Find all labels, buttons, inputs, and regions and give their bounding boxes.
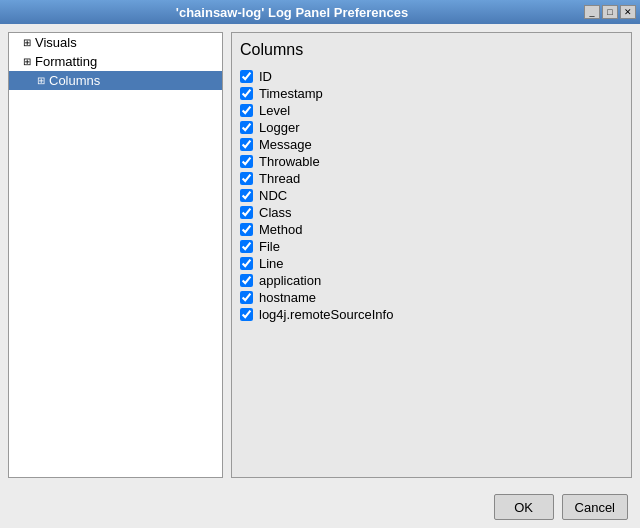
column-item-col-application[interactable]: application — [240, 273, 623, 288]
label-col-line: Line — [259, 256, 284, 271]
label-col-hostname: hostname — [259, 290, 316, 305]
checkbox-col-message[interactable] — [240, 138, 253, 151]
cancel-button[interactable]: Cancel — [562, 494, 628, 520]
tree-label-visuals: Visuals — [35, 35, 77, 50]
tree-icon-columns: ⊞ — [37, 75, 45, 86]
columns-panel-title: Columns — [240, 41, 623, 59]
main-content: ⊞ Visuals ⊞ Formatting ⊞ Columns Columns… — [0, 24, 640, 486]
columns-list: IDTimestampLevelLoggerMessageThrowableTh… — [240, 69, 623, 322]
tree-item-visuals[interactable]: ⊞ Visuals — [9, 33, 222, 52]
ok-button[interactable]: OK — [494, 494, 554, 520]
checkbox-col-application[interactable] — [240, 274, 253, 287]
label-col-ndc: NDC — [259, 188, 287, 203]
close-button[interactable]: ✕ — [620, 5, 636, 19]
column-item-col-log4j[interactable]: log4j.remoteSourceInfo — [240, 307, 623, 322]
checkbox-col-class[interactable] — [240, 206, 253, 219]
column-item-col-thread[interactable]: Thread — [240, 171, 623, 186]
tree-icon-formatting: ⊞ — [23, 56, 31, 67]
title-bar: 'chainsaw-log' Log Panel Preferences _ □… — [0, 0, 640, 24]
label-col-file: File — [259, 239, 280, 254]
checkbox-col-thread[interactable] — [240, 172, 253, 185]
tree-label-columns: Columns — [49, 73, 100, 88]
checkbox-col-throwable[interactable] — [240, 155, 253, 168]
column-item-col-throwable[interactable]: Throwable — [240, 154, 623, 169]
label-col-timestamp: Timestamp — [259, 86, 323, 101]
tree-icon-visuals: ⊞ — [23, 37, 31, 48]
checkbox-col-line[interactable] — [240, 257, 253, 270]
checkbox-col-timestamp[interactable] — [240, 87, 253, 100]
tree-item-columns[interactable]: ⊞ Columns — [9, 71, 222, 90]
column-item-col-id[interactable]: ID — [240, 69, 623, 84]
label-col-method: Method — [259, 222, 302, 237]
footer: OK Cancel — [0, 486, 640, 528]
checkbox-col-ndc[interactable] — [240, 189, 253, 202]
column-item-col-level[interactable]: Level — [240, 103, 623, 118]
maximize-button[interactable]: □ — [602, 5, 618, 19]
checkbox-col-log4j[interactable] — [240, 308, 253, 321]
column-item-col-line[interactable]: Line — [240, 256, 623, 271]
minimize-button[interactable]: _ — [584, 5, 600, 19]
checkbox-col-logger[interactable] — [240, 121, 253, 134]
checkbox-col-file[interactable] — [240, 240, 253, 253]
column-item-col-message[interactable]: Message — [240, 137, 623, 152]
column-item-col-logger[interactable]: Logger — [240, 120, 623, 135]
tree-label-formatting: Formatting — [35, 54, 97, 69]
column-item-col-hostname[interactable]: hostname — [240, 290, 623, 305]
label-col-class: Class — [259, 205, 292, 220]
label-col-thread: Thread — [259, 171, 300, 186]
tree-item-formatting[interactable]: ⊞ Formatting — [9, 52, 222, 71]
checkbox-col-hostname[interactable] — [240, 291, 253, 304]
label-col-id: ID — [259, 69, 272, 84]
column-item-col-method[interactable]: Method — [240, 222, 623, 237]
column-item-col-file[interactable]: File — [240, 239, 623, 254]
checkbox-col-id[interactable] — [240, 70, 253, 83]
checkbox-col-method[interactable] — [240, 223, 253, 236]
window-title: 'chainsaw-log' Log Panel Preferences — [0, 5, 584, 20]
label-col-message: Message — [259, 137, 312, 152]
checkbox-col-level[interactable] — [240, 104, 253, 117]
columns-panel: Columns IDTimestampLevelLoggerMessageThr… — [231, 32, 632, 478]
label-col-application: application — [259, 273, 321, 288]
column-item-col-ndc[interactable]: NDC — [240, 188, 623, 203]
label-col-logger: Logger — [259, 120, 299, 135]
tree-panel: ⊞ Visuals ⊞ Formatting ⊞ Columns — [8, 32, 223, 478]
window-controls: _ □ ✕ — [584, 5, 640, 19]
column-item-col-class[interactable]: Class — [240, 205, 623, 220]
label-col-throwable: Throwable — [259, 154, 320, 169]
label-col-log4j: log4j.remoteSourceInfo — [259, 307, 393, 322]
column-item-col-timestamp[interactable]: Timestamp — [240, 86, 623, 101]
label-col-level: Level — [259, 103, 290, 118]
